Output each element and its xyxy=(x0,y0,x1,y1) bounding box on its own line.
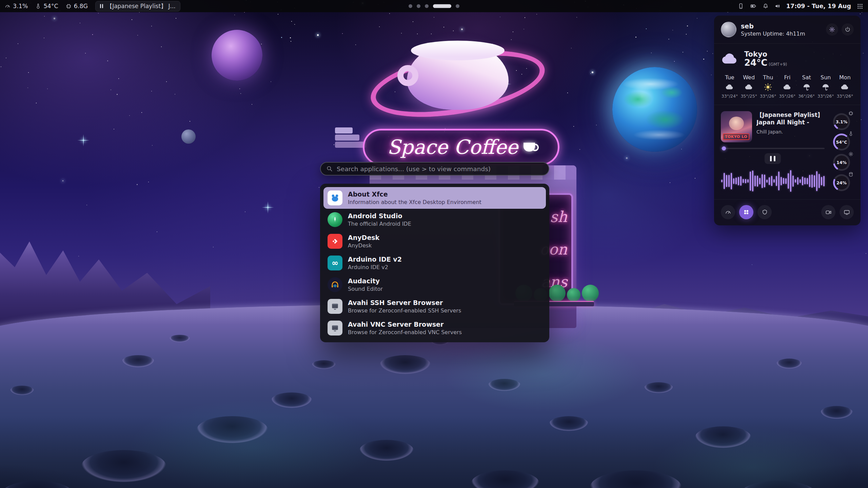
waveform-bar xyxy=(795,179,796,183)
forecast-temps: 35°/26° xyxy=(779,94,796,99)
security-button[interactable] xyxy=(757,205,772,219)
result-arduino-ide[interactable]: ∞ Arduino IDE v2 Arduino IDE v2 xyxy=(323,252,546,274)
star xyxy=(281,37,282,38)
waveform-bar xyxy=(814,175,815,187)
moon-crater xyxy=(471,470,539,488)
waveform-bar xyxy=(764,175,765,187)
app-grid-icon[interactable] xyxy=(857,3,863,9)
result-text: Audacity Sound Editor xyxy=(348,277,383,292)
workspace-dot[interactable] xyxy=(456,4,459,8)
waveform-bar xyxy=(731,173,732,189)
cloud-icon xyxy=(725,83,734,92)
star xyxy=(513,32,513,32)
gauge-value: 3.1% xyxy=(833,113,850,130)
star xyxy=(646,28,647,29)
battery-icon[interactable] xyxy=(750,3,757,9)
weather-temp-value: 24°C xyxy=(744,58,767,68)
star xyxy=(151,91,152,92)
result-anydesk[interactable]: AnyDesk AnyDesk xyxy=(323,230,546,252)
star xyxy=(681,149,682,149)
media-text: 【Japanese Playlist】 Japan All Night - To… xyxy=(756,111,825,142)
gauge-value: 54°C xyxy=(833,134,850,150)
star xyxy=(413,21,413,22)
star xyxy=(536,14,537,15)
media-progress-bar[interactable] xyxy=(721,148,825,149)
arduino-icon: ∞ xyxy=(328,256,342,270)
forecast-day: Fri 35°/26° xyxy=(778,74,796,99)
star xyxy=(117,94,118,95)
search-input[interactable] xyxy=(337,165,543,172)
memory-stat: 6.8G xyxy=(66,3,88,9)
media-section: TOKYO LO 【Japanese Playlist】 Japan All N… xyxy=(714,105,861,200)
star xyxy=(525,17,525,18)
star xyxy=(711,75,712,75)
waveform-bar xyxy=(778,171,780,190)
result-audacity[interactable]: Audacity Sound Editor xyxy=(323,274,546,296)
result-subtitle: AnyDesk xyxy=(348,242,379,249)
xfce-icon xyxy=(328,190,342,205)
result-title: Avahi SSH Server Browser xyxy=(348,299,461,307)
star xyxy=(44,38,44,38)
result-android-studio[interactable]: Android Studio The official Android IDE xyxy=(323,209,546,230)
screen-record-button[interactable] xyxy=(821,205,835,219)
apps-button[interactable] xyxy=(739,205,753,219)
media-pill[interactable]: 【Japanese Playlist】 J... xyxy=(95,1,180,12)
phone-icon[interactable] xyxy=(738,3,744,9)
result-about-xfce[interactable]: About Xfce Information about the Xfce De… xyxy=(323,187,546,209)
star xyxy=(863,53,864,54)
power-button[interactable] xyxy=(842,23,854,36)
waveform-bar xyxy=(816,171,817,191)
pause-button[interactable] xyxy=(765,153,781,164)
star xyxy=(137,184,138,185)
volume-icon[interactable] xyxy=(774,3,781,9)
progress-knob[interactable] xyxy=(722,146,726,150)
moon-crater xyxy=(0,481,75,488)
star xyxy=(697,18,697,19)
star xyxy=(355,44,356,45)
star xyxy=(453,30,454,31)
launcher-results: About Xfce Information about the Xfce De… xyxy=(320,184,549,342)
system-uptime: System Uptime: 4h11m xyxy=(741,30,805,37)
waveform-bar xyxy=(743,179,744,183)
coffee-cup-icon xyxy=(524,143,535,151)
cloud-icon xyxy=(745,83,753,92)
workspace-dot-active[interactable] xyxy=(433,4,451,8)
star xyxy=(132,19,132,20)
settings-button[interactable] xyxy=(826,23,838,36)
workspace-dot[interactable] xyxy=(417,4,420,8)
result-subtitle: Information about the Xfce Desktop Envir… xyxy=(348,199,481,205)
screenshot-button[interactable] xyxy=(840,205,854,219)
star xyxy=(443,27,444,27)
result-avahi-vnc[interactable]: Avahi VNC Server Browser Browse for Zero… xyxy=(323,317,546,339)
gauge-value: 14% xyxy=(833,154,850,171)
album-art-label: TOKYO LO xyxy=(723,134,749,140)
desktop: Space Coffee sh oon ans 3.1% 54°C 6.8G 【… xyxy=(0,0,868,488)
moon-crater xyxy=(122,355,154,367)
workspace-dot[interactable] xyxy=(425,4,429,8)
clock[interactable]: 17:09 - Tue, 19 Aug xyxy=(786,3,851,9)
star xyxy=(752,264,752,265)
waveform-bar xyxy=(792,176,794,187)
gauge-value: 24% xyxy=(833,174,850,191)
star xyxy=(294,24,295,25)
gauge-temperature: 54°C xyxy=(833,134,850,150)
dashboard-button[interactable] xyxy=(721,205,735,219)
panel-buttons-left xyxy=(721,205,772,219)
star xyxy=(148,182,149,182)
waveform-bar xyxy=(788,173,789,189)
star xyxy=(111,89,111,90)
result-avahi-ssh[interactable]: Avahi SSH Server Browser Browse for Zero… xyxy=(323,296,546,317)
cloud-icon xyxy=(783,83,792,92)
waveform-bar xyxy=(757,176,758,187)
anydesk-icon xyxy=(328,234,342,249)
waveform-bar xyxy=(811,175,813,188)
star xyxy=(861,119,862,120)
workspace-dot[interactable] xyxy=(409,4,412,8)
star xyxy=(672,30,673,30)
star xyxy=(129,115,130,116)
umbrella-icon xyxy=(802,83,811,92)
waveform-bar xyxy=(721,180,723,182)
weather-timezone: (GMT+9) xyxy=(769,62,787,67)
bell-icon[interactable] xyxy=(763,3,769,9)
result-subtitle: Sound Editor xyxy=(348,286,383,292)
